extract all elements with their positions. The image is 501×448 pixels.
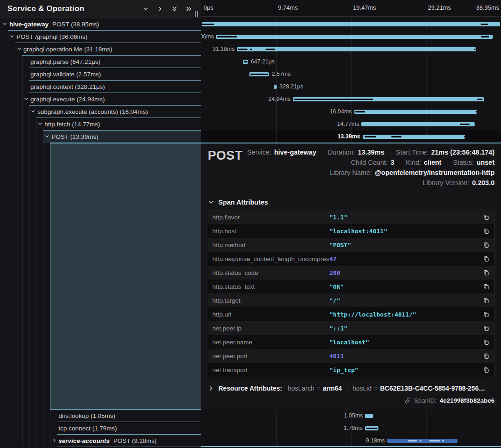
copy-icon[interactable] (478, 353, 494, 360)
attribute-value: "ip_tcp" (329, 367, 478, 373)
copy-icon[interactable] (478, 228, 494, 235)
span-duration-label: 16.04ms (330, 106, 352, 118)
span-bar-row: 1.79ms (201, 422, 501, 435)
indent-guide (15, 410, 15, 422)
span-meta-line: Service:hive-gatewayDuration:13.39msStar… (247, 147, 495, 157)
span-duration-bar[interactable] (354, 110, 477, 114)
span-duration-bar[interactable] (363, 135, 465, 139)
span-duration-label: 2.57ms (272, 68, 291, 81)
ruler-tick-label: 9.74ms (278, 0, 298, 16)
chevron-down-icon (208, 199, 214, 205)
child-span-mark (408, 440, 416, 442)
span-tree-row[interactable]: tcp.connect (1.79ms) (0, 422, 201, 435)
span-duration-bar[interactable] (387, 439, 458, 443)
child-span-mark (481, 24, 488, 25)
meta-value: @opentelemetry/instrumentation-http (375, 169, 495, 176)
attribute-key: net.transport (212, 367, 329, 373)
meta-label: Duration: (328, 149, 355, 156)
span-duration-label: 14.77ms (337, 118, 359, 131)
span-duration-bar[interactable] (202, 22, 500, 26)
span-duration-bar[interactable] (243, 60, 248, 64)
span-tree-row[interactable]: hive-gatewayPOST (38.95ms) (0, 18, 201, 31)
copy-icon[interactable] (478, 255, 494, 262)
span-bar-row: 647.21μs (201, 56, 501, 68)
chevron-down-icon[interactable] (24, 96, 29, 101)
chevron-right-icon[interactable] (52, 438, 57, 443)
link-icon[interactable] (405, 398, 411, 404)
span-duration-bar[interactable] (365, 426, 379, 430)
span-attributes-title: Span Attributes (218, 199, 268, 206)
expand-one-icon[interactable] (157, 6, 163, 12)
span-tree-row[interactable]: POST (13.39ms) (0, 131, 201, 143)
copy-icon[interactable] (478, 297, 494, 304)
attribute-key: http.flavor (212, 214, 329, 221)
chevron-down-icon[interactable] (17, 46, 22, 51)
span-tree-row[interactable]: graphql.validate (2.57ms) (0, 68, 201, 81)
child-span-mark (366, 428, 377, 429)
child-span-mark (474, 49, 476, 50)
chevron-down-icon[interactable] (2, 21, 7, 26)
copy-icon[interactable] (478, 269, 494, 276)
panel-resizer-handle[interactable] (195, 11, 199, 17)
indent-guide (1, 131, 1, 143)
indent-guide (1, 56, 1, 68)
span-tree-row[interactable]: service-accountsPOST (9.18ms) (0, 435, 201, 447)
indent-guide (15, 131, 15, 143)
indent-guide (36, 118, 37, 131)
copy-icon[interactable] (478, 339, 494, 346)
span-tree-row[interactable]: POST /graphql (36.06ms) (0, 31, 201, 43)
child-span-mark (250, 49, 252, 50)
resource-attributes-title: Resource Attributes: (218, 385, 282, 392)
attribute-key: http.status_text (212, 283, 329, 290)
copy-icon[interactable] (478, 283, 494, 290)
attribute-key: http.method (212, 242, 329, 249)
span-duration-bar[interactable] (274, 85, 276, 89)
span-tree-row[interactable]: graphql.execute (24.94ms) (0, 93, 201, 106)
span-duration-label: 13.39ms (337, 131, 360, 143)
child-span-mark (244, 61, 247, 62)
copy-icon[interactable] (478, 325, 494, 332)
chevron-down-icon[interactable] (44, 134, 49, 139)
resource-value: BC62E13B-C4CC-5854-9788-256… (380, 385, 485, 392)
copy-icon[interactable] (478, 214, 494, 221)
attribute-key: http.host (212, 228, 329, 235)
attribute-value: 4011 (329, 353, 478, 360)
indent-guide (15, 143, 15, 410)
indent-guide (1, 68, 1, 81)
span-duration-bar[interactable] (361, 122, 475, 126)
span-tree-row[interactable]: graphql.parse (647.21μs) (0, 56, 201, 68)
attribute-row: http.status_text"OK" (208, 280, 494, 293)
collapse-one-icon[interactable] (142, 6, 149, 12)
copy-icon[interactable] (478, 242, 494, 249)
span-attributes-header[interactable]: Span Attributes (208, 199, 495, 206)
collapse-all-icon[interactable] (171, 6, 178, 12)
indent-guide (22, 435, 23, 447)
child-span-mark (391, 136, 402, 137)
child-span-mark (355, 111, 365, 112)
span-duration-bar[interactable] (216, 35, 492, 39)
span-duration-bar[interactable] (293, 97, 484, 101)
child-span-mark (202, 24, 214, 25)
meta-label: Start Time: (396, 149, 428, 156)
chevron-down-icon[interactable] (9, 34, 14, 39)
resource-attributes-row[interactable]: Resource Attributes: host.arch=arm64host… (208, 385, 495, 392)
copy-icon[interactable] (478, 311, 494, 318)
equals-sign: = (317, 385, 321, 392)
span-tree-row[interactable]: dns.lookup (1.05ms) (0, 410, 201, 422)
span-duration-bar[interactable] (249, 72, 269, 76)
span-tree-row[interactable]: graphql.context (328.21μs) (0, 81, 201, 93)
span-duration-bar[interactable] (365, 414, 373, 418)
child-span-mark (429, 440, 440, 442)
span-detail-panel: POST Service:hive-gatewayDuration:13.39m… (201, 143, 501, 410)
resource-value: arm64 (323, 385, 342, 392)
span-tree-row[interactable]: http.fetch (14.77ms) (0, 118, 201, 131)
span-tree-row[interactable]: graphql.operation Me (31.18ms) (0, 43, 201, 56)
indent-guide (8, 435, 8, 447)
copy-icon[interactable] (478, 367, 494, 373)
expand-all-icon[interactable] (186, 6, 192, 12)
chevron-down-icon[interactable] (31, 109, 36, 114)
indent-guide (8, 410, 8, 422)
span-duration-bar[interactable] (237, 47, 476, 51)
chevron-down-icon[interactable] (37, 121, 43, 126)
span-tree-row[interactable]: subgraph.execute (accounts) (16.04ms) (0, 106, 201, 118)
